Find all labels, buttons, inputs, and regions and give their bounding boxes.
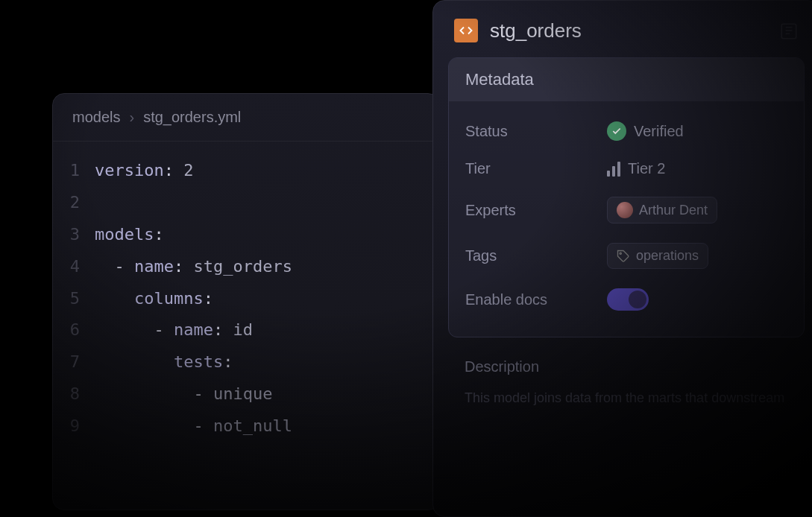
enable-docs-row: Enable docs [465,279,787,320]
line-number: 7 [53,346,95,378]
avatar [617,202,633,218]
tag-chip[interactable]: operations [607,243,708,269]
line-number: 6 [53,314,95,346]
tier-label: Tier [465,160,607,177]
tier-bars-icon [607,162,620,177]
code-icon [454,19,478,42]
description-section: Description This model joins data from t… [433,337,812,409]
experts-label: Experts [465,202,607,219]
metadata-panel: stg_orders Metadata Status Verified Tier [432,0,812,517]
tags-row: Tags operations [465,233,787,279]
code-line: 2 [53,187,439,219]
breadcrumb-file[interactable]: stg_orders.yml [143,109,241,126]
code-line: 8 - unique [53,378,439,410]
panel-action-icon[interactable] [779,22,799,44]
line-content: models: [95,219,164,251]
line-content: - not_null [95,410,292,443]
line-content: columns: [95,283,213,315]
svg-rect-3 [781,24,796,39]
tier-value: Tier 2 [628,160,665,177]
enable-docs-toggle[interactable] [607,288,649,311]
tier-row: Tier Tier 2 [465,150,787,187]
line-number: 4 [53,251,95,283]
line-number: 9 [53,410,95,443]
line-content: tests: [95,346,233,378]
code-line: 1version: 2 [53,155,439,187]
line-content: version: 2 [95,155,193,187]
code-line: 9 - not_null [53,410,439,443]
code-line: 3models: [53,219,439,251]
breadcrumb-root[interactable]: models [72,109,120,126]
code-line: 6 - name: id [53,314,439,346]
panel-title: stg_orders [490,19,582,42]
description-heading: Description [465,358,788,375]
tag-icon [617,250,630,263]
tags-label: Tags [465,247,607,264]
breadcrumb: models › stg_orders.yml [53,94,439,142]
line-number: 3 [53,219,95,251]
code-editor-panel: models › stg_orders.yml 1version: 223mod… [52,93,440,510]
expert-chip[interactable]: Arthur Dent [607,197,717,223]
line-content: - unique [95,378,272,410]
expert-name: Arthur Dent [639,203,708,218]
status-value: Verified [634,123,684,140]
metadata-card: Metadata Status Verified Tier Tier 2 [448,57,805,337]
toggle-knob [629,291,646,308]
line-number: 8 [53,378,95,410]
line-number: 1 [53,155,95,187]
status-label: Status [465,123,607,140]
line-content: - name: id [95,314,253,346]
verified-check-icon [607,121,626,141]
svg-point-4 [620,253,621,254]
tag-value: operations [636,248,699,264]
description-text: This model joins data from the marts tha… [465,387,788,409]
line-number: 2 [53,187,95,219]
metadata-card-title: Metadata [449,58,804,101]
enable-docs-label: Enable docs [465,291,607,308]
code-line: 5 columns: [53,283,439,315]
chevron-right-icon: › [129,109,134,126]
code-editor[interactable]: 1version: 223models:4 - name: stg_orders… [53,142,439,456]
code-line: 7 tests: [53,346,439,378]
code-line: 4 - name: stg_orders [53,251,439,283]
experts-row: Experts Arthur Dent [465,187,787,233]
line-content: - name: stg_orders [95,251,292,283]
line-number: 5 [53,283,95,315]
status-row: Status Verified [465,112,787,150]
